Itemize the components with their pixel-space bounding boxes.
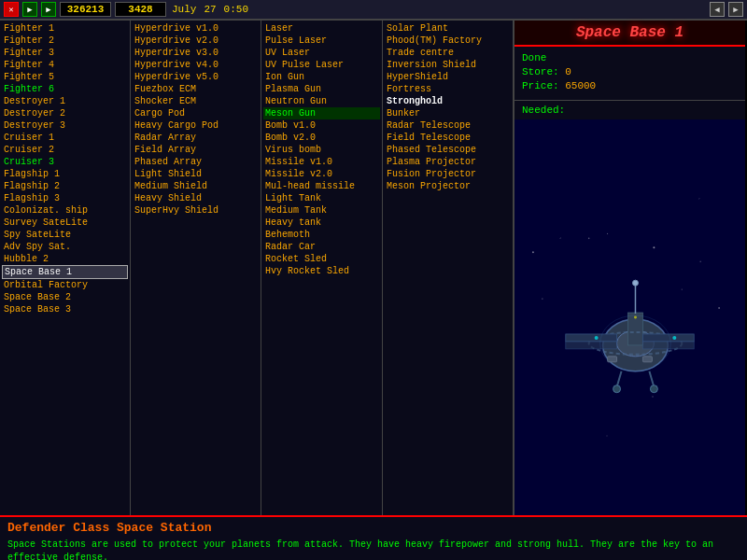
ship-item[interactable]: Flagship 3: [2, 192, 128, 204]
weapon-item[interactable]: UV Laser: [263, 47, 380, 59]
svg-point-6: [607, 233, 608, 234]
equip-item[interactable]: Fuezbox ECM: [133, 83, 259, 95]
svg-point-26: [672, 336, 676, 340]
building-item[interactable]: Radar Telescope: [385, 119, 511, 132]
info-header: Space Base 1: [514, 21, 745, 47]
ship-item[interactable]: Cruiser 2: [2, 144, 128, 156]
building-item[interactable]: Fortress: [385, 83, 511, 95]
building-item[interactable]: HyperShield: [385, 71, 511, 83]
expand-button[interactable]: ▶: [41, 2, 56, 17]
building-item[interactable]: Plasma Projector: [385, 156, 511, 168]
equip-item[interactable]: SuperHvy Shield: [133, 204, 259, 217]
scroll-right-button[interactable]: ▶: [728, 2, 743, 17]
ship-item-spacebase1[interactable]: Space Base 1: [2, 265, 128, 279]
ship-item[interactable]: Fighter 2: [2, 35, 128, 47]
weapon-item[interactable]: Bomb v1.0: [263, 119, 380, 132]
weapon-item-heavytank[interactable]: Heavy tank: [263, 217, 380, 229]
equip-item[interactable]: Field Array: [133, 144, 259, 156]
weapon-item-lighttank[interactable]: Light Tank: [263, 192, 380, 204]
ship-item[interactable]: Cruiser 1: [2, 132, 128, 144]
svg-rect-15: [642, 342, 694, 349]
ship-item[interactable]: Fighter 1: [2, 22, 128, 35]
building-item-stronghold[interactable]: Stronghold: [385, 95, 511, 107]
price-label: Price:: [522, 80, 559, 91]
svg-point-3: [699, 260, 701, 262]
weapon-item[interactable]: Missile v2.0: [263, 168, 380, 180]
weapon-item-behemoth[interactable]: Behemoth: [263, 229, 380, 241]
ship-item[interactable]: Survey SateLite: [2, 217, 128, 229]
building-item[interactable]: Meson Projector: [385, 180, 511, 192]
equip-item[interactable]: Hyperdrive v1.0: [133, 22, 259, 35]
svg-line-21: [649, 371, 654, 387]
weapon-item[interactable]: Neutron Gun: [263, 95, 380, 107]
info-panel: Space Base 1 Done Store: 0 Price: 65000 …: [514, 21, 745, 515]
ship-item[interactable]: Spy SateLite: [2, 229, 128, 241]
equip-item[interactable]: Medium Shield: [133, 180, 259, 192]
scroll-left-button[interactable]: ◀: [710, 2, 725, 17]
weapon-item-mesongun[interactable]: Meson Gun: [263, 107, 380, 119]
ship-item[interactable]: Flagship 2: [2, 180, 128, 192]
equip-item[interactable]: Heavy Shield: [133, 192, 259, 204]
description-text: Space Stations are used to protect your …: [7, 539, 740, 560]
equip-item[interactable]: Hyperdrive v3.0: [133, 47, 259, 59]
svg-point-4: [542, 298, 543, 299]
building-item[interactable]: Bunker: [385, 107, 511, 119]
weapon-item-mediumtank[interactable]: Medium Tank: [263, 204, 380, 217]
weapon-item[interactable]: Radar Car: [263, 241, 380, 253]
weapon-item[interactable]: Laser: [263, 22, 380, 35]
equip-item[interactable]: Hyperdrive v4.0: [133, 59, 259, 71]
price-value: 65000: [565, 80, 596, 91]
credits-display: 326213: [60, 2, 111, 17]
equip-item[interactable]: Hyperdrive v5.0: [133, 71, 259, 83]
ship-item[interactable]: Destroyer 3: [2, 119, 128, 132]
equip-item-lightshield[interactable]: Light Shield: [133, 168, 259, 180]
equip-item[interactable]: Shocker ECM: [133, 95, 259, 107]
ship-item[interactable]: Destroyer 2: [2, 107, 128, 119]
equip-item[interactable]: Cargo Pod: [133, 107, 259, 119]
building-item[interactable]: Inversion Shield: [385, 59, 511, 71]
building-item[interactable]: Field Telescope: [385, 132, 511, 144]
ship-item[interactable]: Flagship 1: [2, 168, 128, 180]
top-bar: ✕ ▶ ▶ 326213 3428 July 27 0:50 ◀ ▶: [0, 0, 747, 21]
building-item[interactable]: Trade centre: [385, 47, 511, 59]
weapon-item[interactable]: Mul-head missile: [263, 180, 380, 192]
weapon-item[interactable]: Hvy Rocket Sled: [263, 265, 380, 277]
equip-item[interactable]: Phased Array: [133, 156, 259, 168]
ship-item[interactable]: Adv Spy Sat.: [2, 241, 128, 253]
weapon-item[interactable]: Virus bomb: [263, 144, 380, 156]
ship-item[interactable]: Fighter 3: [2, 47, 128, 59]
building-item[interactable]: Fusion Projector: [385, 168, 511, 180]
equip-item[interactable]: Hyperdrive v2.0: [133, 35, 259, 47]
weapon-item[interactable]: Pulse Laser: [263, 35, 380, 47]
weapon-item[interactable]: Missile v1.0: [263, 156, 380, 168]
store-value: 0: [565, 66, 571, 77]
building-item[interactable]: Solar Plant: [385, 22, 511, 35]
svg-point-17: [632, 280, 638, 286]
weapon-item[interactable]: Plasma Gun: [263, 83, 380, 95]
ship-item[interactable]: Space Base 2: [2, 291, 128, 303]
ship-item[interactable]: Fighter 4: [2, 59, 128, 71]
info-image: [514, 119, 745, 515]
ship-item[interactable]: Hubble 2: [2, 253, 128, 265]
equip-item[interactable]: Heavy Cargo Pod: [133, 119, 259, 132]
ship-item[interactable]: Space Base 3: [2, 303, 128, 315]
weapon-item[interactable]: Bomb v2.0: [263, 132, 380, 144]
info-stats: Done Store: 0 Price: 65000: [514, 47, 745, 101]
ship-item[interactable]: Colonizat. ship: [2, 204, 128, 217]
ship-item[interactable]: Fighter 6: [2, 83, 128, 95]
close-button[interactable]: ✕: [4, 2, 19, 17]
equip-item[interactable]: Radar Array: [133, 132, 259, 144]
svg-rect-13: [566, 342, 617, 349]
ship-item[interactable]: Orbital Factory: [2, 279, 128, 291]
weapon-item[interactable]: UV Pulse Laser: [263, 59, 380, 71]
weapon-item[interactable]: Rocket Sled: [263, 253, 380, 265]
ship-item[interactable]: Cruiser 3: [2, 156, 128, 168]
weapon-item[interactable]: Ion Gun: [263, 71, 380, 83]
minimize-button[interactable]: ▶: [22, 2, 37, 17]
svg-point-5: [718, 307, 720, 309]
ship-item[interactable]: Destroyer 1: [2, 95, 128, 107]
ship-item[interactable]: Fighter 5: [2, 71, 128, 83]
info-title: Space Base 1: [576, 24, 684, 41]
building-item-phasedtelescope[interactable]: Phased Telescope: [385, 144, 511, 156]
building-item[interactable]: Phood(TM) Factory: [385, 35, 511, 47]
